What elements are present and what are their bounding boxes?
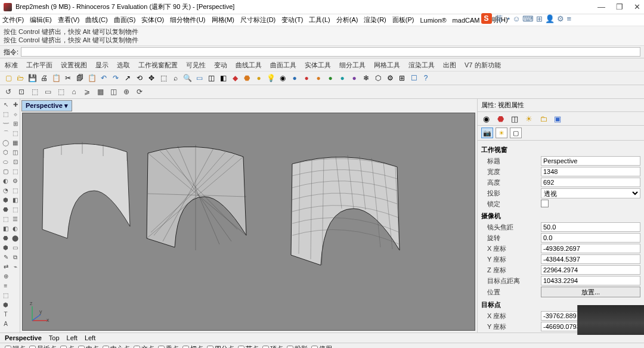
prop-input[interactable] xyxy=(541,178,640,187)
tool-icon[interactable]: ▭ xyxy=(11,243,20,252)
osnap-item[interactable]: 点 xyxy=(60,344,75,348)
menu-item[interactable]: Lumion® xyxy=(420,17,446,24)
osnap-item[interactable]: 端点 xyxy=(5,344,26,348)
tool-icon[interactable]: ⬚ xyxy=(1,110,10,119)
toolbar2-icon[interactable]: ↺ xyxy=(4,87,13,97)
tool-icon[interactable]: ⌁ xyxy=(11,262,20,271)
osnap-item[interactable]: 节点 xyxy=(238,344,259,348)
command-input[interactable] xyxy=(21,47,640,57)
tool-icon[interactable]: ▢ xyxy=(1,167,10,176)
tool-icon[interactable]: ☰ xyxy=(11,215,20,223)
toolbar-icon[interactable]: ● xyxy=(338,73,347,83)
toolbar-icon[interactable]: 📋 xyxy=(51,73,61,83)
tool-icon[interactable]: ◧ xyxy=(11,195,20,204)
prop-checkbox[interactable] xyxy=(541,200,549,207)
prop-tab-folder-icon[interactable]: 🗀 xyxy=(538,114,548,123)
tool-icon[interactable]: ⬚ xyxy=(11,129,20,138)
prop-input[interactable] xyxy=(541,156,640,166)
panel-tab[interactable]: 标准 xyxy=(5,61,18,70)
osnap-item[interactable]: 垂点 xyxy=(158,344,179,348)
osnap-item[interactable]: 投影 xyxy=(287,344,308,348)
toolbar-icon[interactable]: ● xyxy=(326,73,335,83)
toolbar2-icon[interactable]: ⊡ xyxy=(17,87,26,97)
panel-tab[interactable]: 网格工具 xyxy=(374,61,400,70)
tool-icon[interactable]: ⧉ xyxy=(11,253,20,262)
mode-sun-icon[interactable]: ☀ xyxy=(496,128,507,138)
menu-item[interactable]: 变动(T) xyxy=(281,15,303,24)
toolbar-icon[interactable]: ⬡ xyxy=(373,73,383,83)
panel-tab[interactable]: 工作平面 xyxy=(26,61,52,70)
toolbar-icon[interactable]: ✂ xyxy=(63,73,73,83)
osnap-item[interactable]: 四分点 xyxy=(207,344,234,348)
tool-icon[interactable]: ⬣ xyxy=(1,205,10,214)
tool-icon[interactable]: ⟐ xyxy=(11,110,20,119)
ime-toolbar[interactable]: •☺⌨⊞👤⚙≡ xyxy=(506,14,572,23)
mode-frame-icon[interactable]: ▢ xyxy=(510,128,522,138)
menu-item[interactable]: madCAM xyxy=(453,17,480,24)
toolbar-icon[interactable]: ? xyxy=(421,73,431,83)
tool-icon[interactable]: ⬚ xyxy=(11,167,20,176)
toolbar-icon[interactable]: ● xyxy=(314,73,323,83)
prop-input[interactable] xyxy=(541,222,640,232)
toolbar-icon[interactable]: ☐ xyxy=(409,73,419,83)
tool-icon[interactable]: ⬡ xyxy=(1,148,10,157)
prop-input[interactable] xyxy=(541,233,640,243)
toolbar-icon[interactable]: ● xyxy=(349,73,359,83)
toolbar-icon[interactable]: ● xyxy=(254,73,264,83)
panel-tab[interactable]: 选取 xyxy=(117,61,130,70)
tool-icon[interactable]: ⬭ xyxy=(1,157,10,166)
prop-tab-layer-icon[interactable]: ◫ xyxy=(510,114,519,123)
viewport-perspective[interactable]: zxy xyxy=(22,113,475,331)
menu-item[interactable]: 曲面(S) xyxy=(114,15,136,24)
tool-icon[interactable]: ≡ xyxy=(1,281,10,290)
prop-select[interactable]: 透视 xyxy=(541,188,640,198)
panel-tab[interactable]: 设置视图 xyxy=(61,61,87,70)
osnap-item[interactable]: 交点 xyxy=(134,344,154,348)
menu-item[interactable]: 渲染(R) xyxy=(364,15,386,24)
tool-icon[interactable]: ◯ xyxy=(1,138,10,147)
toolbar2-icon[interactable]: ◫ xyxy=(109,87,118,97)
panel-tab[interactable]: 可见性 xyxy=(186,61,206,70)
menu-item[interactable]: 面板(P) xyxy=(392,15,414,24)
toolbar-icon[interactable]: ◉ xyxy=(278,73,287,83)
tool-icon[interactable]: ◔ xyxy=(1,186,10,195)
tool-icon[interactable]: ⬣ xyxy=(1,234,10,243)
prop-input[interactable] xyxy=(541,254,640,264)
toolbar2-icon[interactable]: ⩾ xyxy=(82,87,92,97)
tool-icon[interactable]: ▦ xyxy=(11,138,20,147)
viewport-tab[interactable]: Perspective xyxy=(5,334,42,341)
tool-icon[interactable]: ⬚ xyxy=(11,205,20,214)
toolbar-icon[interactable]: ▢ xyxy=(4,73,13,83)
viewport-tab[interactable]: Left xyxy=(67,334,78,341)
tool-icon[interactable]: ⊞ xyxy=(11,119,20,128)
tool-icon[interactable]: ◐ xyxy=(1,176,10,185)
osnap-item[interactable]: 停用 xyxy=(311,344,332,348)
panel-tab[interactable]: 实体工具 xyxy=(305,61,331,70)
toolbar-icon[interactable]: 🖨 xyxy=(39,73,49,83)
menu-item[interactable]: 曲线(C) xyxy=(85,15,107,24)
tool-icon[interactable]: ⬚ xyxy=(1,291,10,300)
menu-item[interactable]: 细分物件(U) xyxy=(170,15,205,24)
osnap-item[interactable]: 切点 xyxy=(182,344,203,348)
prop-tab-render-icon[interactable]: ☀ xyxy=(524,114,534,123)
toolbar-icon[interactable]: ⬣ xyxy=(242,73,252,83)
tool-icon[interactable]: ⌒ xyxy=(1,129,10,138)
toolbar-icon[interactable]: ◆ xyxy=(230,73,240,83)
toolbar-icon[interactable]: 💡 xyxy=(266,73,275,83)
prop-input[interactable] xyxy=(541,244,640,253)
tool-icon[interactable]: ⬢ xyxy=(1,300,10,309)
tool-icon[interactable]: ⬢ xyxy=(1,195,10,204)
osnap-item[interactable]: 顶点 xyxy=(262,344,283,348)
viewport-tab[interactable]: Left xyxy=(85,334,95,341)
tool-icon[interactable]: ⬚ xyxy=(11,186,20,195)
toolbar-icon[interactable]: 💾 xyxy=(27,73,37,83)
panel-tab[interactable]: 曲线工具 xyxy=(236,61,262,70)
toolbar2-icon[interactable]: ⬚ xyxy=(56,87,66,97)
menu-item[interactable]: 网格(M) xyxy=(212,15,235,24)
tool-icon[interactable]: A xyxy=(1,319,10,328)
toolbar2-icon[interactable]: ⊕ xyxy=(122,87,131,97)
prop-input[interactable] xyxy=(541,265,640,275)
toolbar-icon[interactable]: ● xyxy=(302,73,311,83)
toolbar2-icon[interactable]: ⌂ xyxy=(69,87,79,97)
toolbar-icon[interactable]: ↶ xyxy=(99,73,109,83)
